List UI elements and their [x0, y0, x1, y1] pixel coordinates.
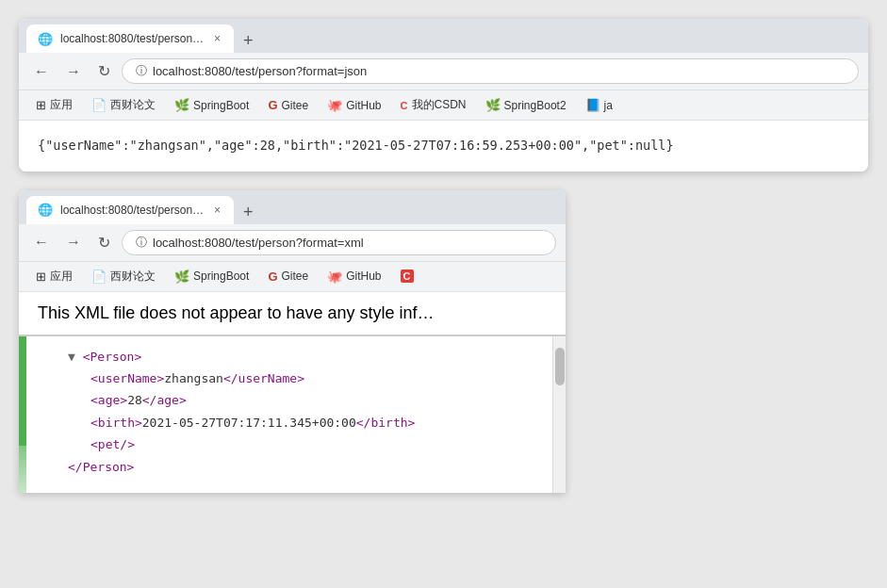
xml-birth-close-tag: </birth>	[356, 416, 416, 430]
tab-2[interactable]: 🌐 localhost:8080/test/person?fo... ×	[26, 196, 234, 224]
bookmark-xicai[interactable]: 📄 西财论文	[84, 94, 163, 116]
xml-person-open-line: ▼ <Person>	[45, 346, 534, 368]
tab-favicon-2: 🌐	[38, 203, 53, 217]
apps-icon-2: ⊞	[36, 270, 46, 284]
tab-bar-1: 🌐 localhost:8080/test/person?fo... × +	[19, 19, 868, 53]
xml-content-area: ▼ <Person> <userName>zhangsan</userName>…	[26, 336, 552, 493]
bookmark-apps-2[interactable]: ⊞ 应用	[28, 266, 80, 287]
back-button-2[interactable]: ←	[28, 230, 55, 254]
bookmark-github[interactable]: 🐙 GitHub	[320, 95, 388, 115]
xml-username-close-tag: </userName>	[223, 371, 304, 385]
xml-username-value: zhangsan	[164, 371, 223, 385]
bookmark-gitee-2[interactable]: G Gitee	[260, 267, 316, 286]
bookmark-csdn[interactable]: C 我的CSDN	[393, 94, 474, 116]
scrollbar-2[interactable]	[552, 336, 566, 493]
xml-notice-ellipsis: …	[418, 303, 435, 322]
xml-birth-open-tag: <birth>	[90, 416, 142, 430]
address-bar-1[interactable]: ⓘ localhost:8080/test/person?format=json	[122, 58, 859, 84]
scrollbar-thumb-2[interactable]	[555, 348, 565, 385]
bookmark-csdn-label: 我的CSDN	[412, 97, 467, 113]
xml-username-line: <userName>zhangsan</userName>	[45, 368, 534, 389]
bookmarks-bar-2: ⊞ 应用 📄 西财论文 🌿 SpringBoot G Gitee 🐙 GitHu…	[19, 262, 566, 292]
new-tab-button-1[interactable]: +	[236, 28, 261, 53]
bookmark-springboot-2[interactable]: 🌿 SpringBoot	[167, 267, 256, 286]
lock-icon-1: ⓘ	[136, 63, 147, 79]
xml-pet-self-tag: <pet/>	[90, 437, 135, 451]
bookmark-gitee[interactable]: G Gitee	[260, 95, 316, 115]
doc-icon-2: 📄	[91, 270, 107, 284]
xml-person-open: <Person>	[83, 350, 142, 364]
nav-bar-2: ← → ↻ ⓘ localhost:8080/test/person?forma…	[19, 224, 566, 262]
xml-notice-text: This XML file does not appear to have an…	[38, 303, 418, 322]
doc-icon: 📄	[91, 98, 107, 112]
tab-title-1: localhost:8080/test/person?fo...	[60, 32, 205, 45]
bookmark-github-label: GitHub	[346, 99, 381, 112]
xml-age-line: <age>28</age>	[45, 389, 534, 411]
xml-username-open-tag: <userName>	[90, 371, 164, 385]
back-button-1[interactable]: ←	[28, 59, 55, 84]
browser-window-xml: 🌐 localhost:8080/test/person?fo... × + ←…	[19, 190, 566, 493]
lock-icon-2: ⓘ	[136, 235, 147, 251]
bookmark-gitee-label-2: Gitee	[282, 270, 309, 283]
gitee-icon: G	[268, 98, 277, 112]
tab-title-2: localhost:8080/test/person?fo...	[60, 204, 205, 217]
address-text-1: localhost:8080/test/person?format=json	[153, 64, 367, 78]
xml-age-close-tag: </age>	[142, 393, 187, 407]
bookmark-xicai-label-2: 西财论文	[110, 269, 156, 285]
bookmark-springboot2[interactable]: 🌿 SpringBoot2	[478, 95, 574, 115]
forward-button-1[interactable]: →	[60, 59, 87, 84]
bookmark-springboot[interactable]: 🌿 SpringBoot	[167, 95, 256, 115]
bookmark-apps[interactable]: ⊞ 应用	[28, 94, 80, 116]
bookmark-ja[interactable]: 📘 ja	[578, 95, 620, 115]
bookmark-gitee-label: Gitee	[282, 99, 309, 112]
bookmark-apps-label: 应用	[50, 97, 73, 113]
xml-age-value: 28	[127, 393, 142, 407]
bookmark-apps-label-2: 应用	[50, 269, 73, 285]
xml-person-close-line: </Person>	[45, 456, 534, 478]
xml-notice-header: This XML file does not appear to have an…	[19, 292, 566, 336]
bookmark-github-2[interactable]: 🐙 GitHub	[320, 267, 388, 286]
nav-bar-1: ← → ↻ ⓘ localhost:8080/test/person?forma…	[19, 53, 868, 90]
xml-age-open-tag: <age>	[90, 393, 127, 407]
json-response-text: {"userName":"zhangsan","age":28,"birth":…	[38, 138, 674, 153]
xml-birth-line: <birth>2021-05-27T07:17:11.345+00:00</bi…	[45, 412, 534, 433]
tab-favicon-1: 🌐	[38, 32, 53, 46]
refresh-button-1[interactable]: ↻	[92, 58, 116, 84]
forward-button-2[interactable]: →	[60, 230, 87, 254]
browser-window-json: 🌐 localhost:8080/test/person?fo... × + ←…	[19, 19, 868, 172]
triangle-icon: ▼	[68, 350, 83, 364]
tab-bar-2: 🌐 localhost:8080/test/person?fo... × +	[19, 190, 566, 224]
csdn-icon: C	[401, 100, 408, 111]
tab-1[interactable]: 🌐 localhost:8080/test/person?fo... ×	[26, 24, 234, 53]
xml-pet-line: <pet/>	[45, 433, 534, 455]
bookmark-xicai-2[interactable]: 📄 西财论文	[84, 266, 163, 287]
xml-green-indicator	[19, 336, 26, 493]
bookmark-csdn-2[interactable]: C	[393, 267, 421, 286]
spring2-icon: 🌿	[485, 98, 501, 112]
tab-close-2[interactable]: ×	[212, 202, 222, 219]
github-icon-2: 🐙	[327, 270, 342, 284]
bookmark-springboot-label: SpringBoot	[193, 99, 249, 112]
tab-close-1[interactable]: ×	[212, 30, 222, 47]
bookmark-springboot-label-2: SpringBoot	[193, 270, 249, 283]
refresh-button-2[interactable]: ↻	[92, 230, 116, 255]
bookmark-springboot2-label: SpringBoot2	[504, 99, 567, 112]
bookmark-github-label-2: GitHub	[346, 270, 381, 283]
bookmark-ja-label: ja	[604, 99, 613, 112]
bookmark-xicai-label: 西财论文	[110, 97, 156, 113]
spring-icon: 🌿	[174, 98, 189, 112]
csdn-icon-2: C	[401, 270, 414, 283]
gitee-icon-2: G	[268, 270, 277, 284]
address-text-2: localhost:8080/test/person?format=xml	[153, 236, 364, 250]
address-bar-2[interactable]: ⓘ localhost:8080/test/person?format=xml	[122, 230, 556, 255]
xml-scrollbar-area: ▼ <Person> <userName>zhangsan</userName>…	[19, 336, 566, 493]
github-icon: 🐙	[327, 98, 342, 112]
xml-birth-value: 2021-05-27T07:17:11.345+00:00	[142, 416, 356, 430]
apps-icon: ⊞	[36, 98, 46, 112]
ja-icon: 📘	[585, 98, 600, 112]
new-tab-button-2[interactable]: +	[236, 200, 261, 224]
xml-person-close: </Person>	[68, 460, 134, 474]
xml-content-wrap: ▼ <Person> <userName>zhangsan</userName>…	[26, 336, 552, 493]
bookmarks-bar-1: ⊞ 应用 📄 西财论文 🌿 SpringBoot G Gitee 🐙 GitHu…	[19, 90, 868, 121]
spring-icon-2: 🌿	[174, 270, 189, 284]
